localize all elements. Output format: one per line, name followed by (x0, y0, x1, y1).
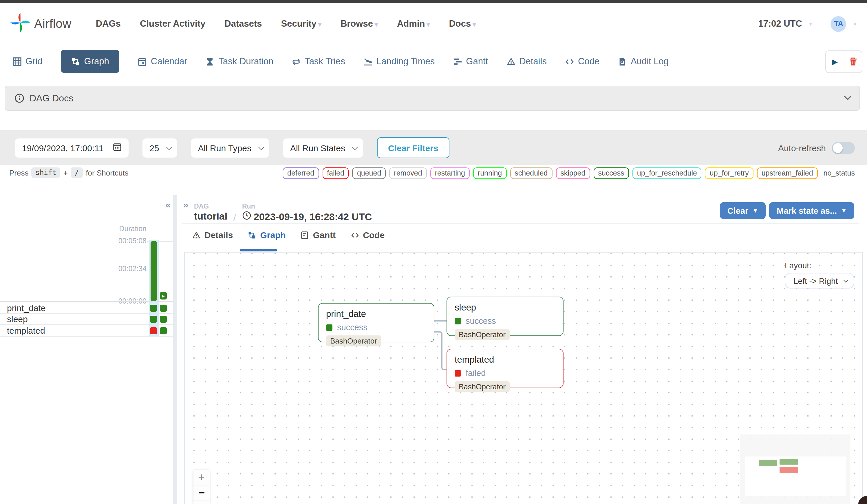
graph-canvas[interactable]: print_date success BashOperator sleep su… (184, 252, 863, 504)
expand-panel-icon[interactable]: » (183, 200, 189, 210)
main-nav: DAGs Cluster Activity Datasets Security▾… (96, 19, 476, 29)
task-name[interactable]: sleep (0, 314, 28, 324)
status-badge[interactable]: up_for_retry (705, 168, 753, 179)
task-instance-cell[interactable] (150, 316, 157, 323)
tab-code[interactable]: Code (565, 56, 599, 67)
run-tabs: Details Graph Gantt Code (192, 230, 385, 240)
task-name[interactable]: print_date (0, 303, 45, 313)
top-dark-strip (0, 0, 867, 3)
task-instance-cell[interactable] (150, 304, 157, 311)
run-timestamp[interactable]: 2023-09-19, 16:28:42 UTC (254, 211, 372, 223)
task-node-templated[interactable]: templated failed BashOperator (447, 349, 564, 388)
run-tab-details[interactable]: Details (192, 230, 233, 240)
task-instance-cell[interactable] (160, 316, 167, 323)
run-states-select[interactable]: All Run States (283, 138, 363, 157)
panel-resize-handle[interactable] (173, 195, 177, 504)
clear-filters-button[interactable]: Clear Filters (377, 137, 449, 158)
layout-select[interactable]: Left -> Right (785, 273, 854, 289)
airflow-brand[interactable]: Airflow (10, 13, 72, 35)
status-badge[interactable]: removed (389, 168, 427, 179)
auto-refresh-toggle[interactable] (832, 142, 855, 154)
tab-details[interactable]: Details (506, 56, 547, 67)
tab-task-tries[interactable]: Task Tries (292, 56, 345, 67)
zoom-out-button[interactable]: − (193, 485, 210, 501)
dag-run-duration-bar[interactable] (151, 241, 157, 301)
tab-calendar[interactable]: Calendar (138, 56, 188, 67)
base-date-input[interactable] (22, 143, 109, 153)
nav-item-security[interactable]: Security▾ (281, 19, 321, 29)
task-name[interactable]: templated (0, 325, 45, 335)
run-types-select[interactable]: All Run Types (191, 138, 269, 157)
run-filter-bar: 25 All Run Types All Run States Clear Fi… (0, 130, 867, 165)
status-badge[interactable]: up_for_reschedule (632, 168, 702, 179)
fit-view-button[interactable] (193, 501, 210, 504)
utc-clock[interactable]: 17:02 UTC (758, 19, 802, 29)
zoom-in-button[interactable]: + (193, 470, 210, 485)
nav-item-dags[interactable]: DAGs (96, 19, 121, 29)
calendar-icon[interactable] (113, 142, 122, 153)
status-badge[interactable]: running (473, 168, 506, 179)
tab-graph[interactable]: Graph (61, 50, 120, 73)
nav-item-admin[interactable]: Admin▾ (397, 19, 430, 29)
collapse-sidebar-icon[interactable]: « (165, 200, 171, 210)
minimap-node-templated (780, 467, 798, 473)
tab-audit-log[interactable]: Audit Log (618, 56, 668, 67)
status-badge[interactable]: success (593, 168, 629, 179)
status-badge[interactable]: deferred (282, 168, 319, 179)
nav-item-datasets[interactable]: Datasets (224, 19, 262, 29)
tab-gantt[interactable]: Gantt (453, 56, 488, 67)
status-badge[interactable]: scheduled (510, 168, 552, 179)
chevron-down-icon[interactable]: ▾ (809, 20, 812, 28)
breadcrumb-run: Run 2023-09-19, 16:28:42 UTC (242, 203, 372, 223)
tab-grid[interactable]: Grid (13, 56, 43, 67)
delete-dag-button[interactable] (844, 51, 862, 72)
auto-refresh-label: Auto-refresh (778, 143, 826, 153)
graph-minimap[interactable] (740, 435, 849, 504)
dag-name[interactable]: tutorial (194, 211, 227, 223)
airflow-logo-icon (10, 13, 30, 35)
chevron-down-icon (166, 144, 172, 150)
status-square-icon (326, 324, 332, 331)
status-badge[interactable]: skipped (556, 168, 590, 179)
tab-landing-times[interactable]: Landing Times (364, 56, 435, 67)
run-tab-code[interactable]: Code (351, 230, 385, 240)
chevron-down-icon: ▾ (427, 21, 430, 28)
chevron-down-icon[interactable]: ▾ (853, 20, 857, 28)
task-row: templated (0, 325, 173, 336)
task-instance-cell[interactable] (160, 327, 167, 334)
info-icon (14, 93, 24, 103)
top-navbar: Airflow DAGs Cluster Activity Datasets S… (0, 3, 867, 45)
task-instance-cell[interactable] (160, 304, 167, 311)
hint-and-legend-row: Press shift + / for Shortcuts deferred f… (0, 168, 867, 179)
page-size-select[interactable]: 25 (142, 138, 177, 157)
trigger-dag-button[interactable]: ▶ (826, 51, 844, 72)
run-tab-graph[interactable]: Graph (248, 230, 286, 240)
warning-triangle-icon (192, 231, 200, 239)
node-title: sleep (454, 302, 555, 313)
run-tab-gantt[interactable]: Gantt (301, 230, 336, 240)
status-badge[interactable]: failed (322, 168, 349, 179)
audit-log-icon (618, 57, 627, 66)
manual-run-bar[interactable]: ▶ (160, 292, 167, 300)
gantt-icon (301, 231, 309, 239)
task-node-print-date[interactable]: print_date success BashOperator (318, 303, 435, 342)
avatar[interactable]: TA (831, 16, 846, 32)
clear-run-button[interactable]: Clear▼ (720, 202, 766, 219)
nav-item-browse[interactable]: Browse▾ (341, 19, 378, 29)
chevron-down-icon: ▾ (473, 21, 476, 28)
tab-task-duration[interactable]: Task Duration (206, 56, 274, 67)
task-rows: print_date sleep templated (0, 302, 173, 336)
breadcrumb-dag: DAG tutorial (194, 203, 227, 223)
brand-name: Airflow (34, 17, 72, 31)
nav-item-cluster-activity[interactable]: Cluster Activity (140, 19, 205, 29)
status-badge[interactable]: upstream_failed (757, 168, 818, 179)
status-badge[interactable]: restarting (430, 168, 470, 179)
mark-state-button[interactable]: Mark state as...▼ (769, 202, 854, 219)
trash-icon (848, 57, 858, 66)
status-badge[interactable]: queued (352, 168, 386, 179)
dag-action-buttons: ▶ (825, 50, 863, 73)
task-instance-cell[interactable] (150, 327, 157, 334)
dag-docs-accordion[interactable]: DAG Docs (4, 86, 860, 111)
task-node-sleep[interactable]: sleep success BashOperator (447, 297, 564, 336)
nav-item-docs[interactable]: Docs▾ (449, 19, 476, 29)
